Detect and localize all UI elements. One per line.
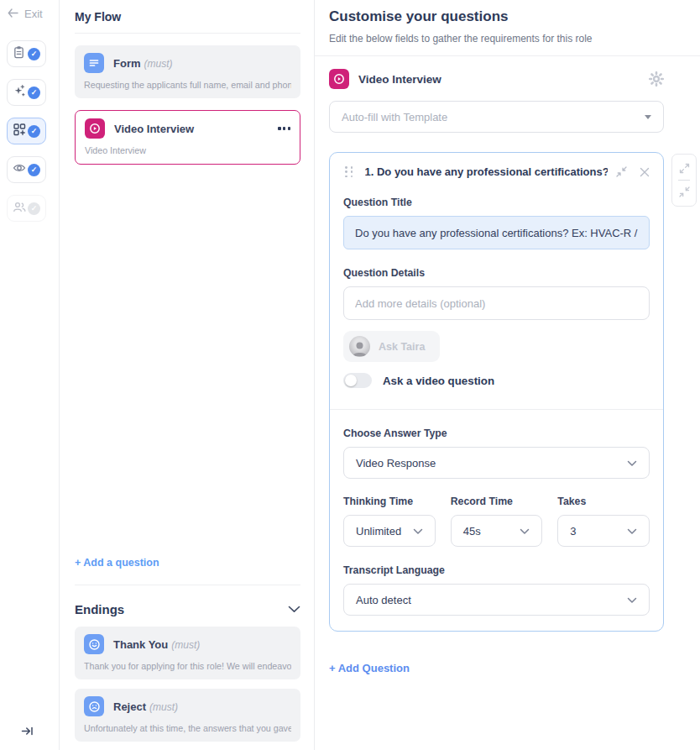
video-question-toggle-label: Ask a video question: [383, 375, 494, 387]
chevron-down-icon: [288, 601, 300, 616]
must-badge: (must): [144, 58, 173, 70]
flow-card-video-interview[interactable]: Video Interview Video Interview: [75, 110, 300, 165]
divider: [75, 33, 300, 34]
clipboard-icon: [13, 45, 25, 62]
collapse-diagonal-icon: [616, 166, 627, 177]
ask-taira-label: Ask Taira: [379, 341, 425, 353]
answer-type-label: Choose Answer Type: [343, 427, 650, 439]
flow-card-subtitle: Video Interview: [85, 145, 290, 155]
chevron-down-icon: [627, 525, 637, 538]
step-complete-check-icon: ✓: [28, 87, 40, 99]
thinking-time-select[interactable]: Unlimited: [343, 515, 436, 547]
rail-steps: ✓ ✓ ✓ ✓ ✓: [7, 40, 46, 222]
exit-button[interactable]: Exit: [8, 8, 43, 20]
sparkles-icon: [13, 84, 26, 101]
divider: [330, 409, 663, 410]
answer-type-select[interactable]: Video Response: [343, 447, 650, 479]
smiley-icon: [84, 634, 104, 654]
rail-step-people: ✓: [7, 195, 46, 222]
ending-card-thank-you[interactable]: Thank You(must) Thank you for applying f…: [75, 627, 300, 679]
section-title: Video Interview: [358, 73, 640, 86]
card-menu-button[interactable]: [278, 123, 290, 133]
close-question-button[interactable]: [640, 167, 650, 177]
ending-card-subtitle: Thank you for applying for this role! We…: [84, 661, 291, 671]
collapse-all-button[interactable]: [679, 186, 690, 197]
flow-card-subtitle: Requesting the applicants full name, ema…: [84, 80, 291, 90]
takes-label: Takes: [557, 496, 650, 507]
question-title-label: Question Title: [343, 197, 650, 208]
exit-label: Exit: [24, 8, 43, 20]
rail-step-form[interactable]: ✓: [7, 40, 46, 67]
add-question-link[interactable]: + Add Question: [329, 662, 664, 674]
question-card: 1. Do you have any professional certific…: [329, 152, 664, 632]
autofill-template-select[interactable]: Auto-fill with Template: [329, 101, 664, 133]
chevron-down-icon: [520, 525, 530, 538]
record-time-label: Record Time: [451, 496, 543, 507]
rail-step-ai[interactable]: ✓: [7, 79, 46, 106]
answer-type-value: Video Response: [356, 457, 436, 469]
flow-card-title: Form(must): [113, 57, 291, 70]
chevron-down-icon: [627, 457, 637, 469]
thinking-time-label: Thinking Time: [343, 496, 436, 507]
ending-card-title: Reject(must): [113, 700, 291, 713]
my-flow-panel: My Flow Form(must) Requesting the applic…: [60, 0, 315, 750]
divider: [75, 585, 300, 585]
form-icon: [84, 53, 104, 73]
ending-card-title: Thank You(must): [113, 638, 291, 651]
collapse-question-button[interactable]: [616, 166, 627, 177]
transcript-language-select[interactable]: Auto detect: [343, 584, 650, 616]
takes-value: 3: [570, 525, 576, 538]
question-title-input[interactable]: [343, 216, 650, 249]
transcript-language-value: Auto detect: [356, 594, 411, 606]
autofill-placeholder: Auto-fill with Template: [342, 111, 447, 123]
collapse-icon: [679, 186, 690, 197]
arrow-to-bar-icon: [21, 726, 34, 740]
caret-down-icon: [645, 115, 651, 119]
takes-select[interactable]: 3: [557, 515, 650, 547]
page-title: Customise your questions: [329, 8, 700, 25]
collapse-sidebar-button[interactable]: [21, 725, 34, 741]
expand-all-button[interactable]: [679, 163, 690, 174]
chevron-down-icon: [627, 594, 637, 606]
grid-plus-icon: [13, 123, 26, 139]
expand-icon: [679, 163, 690, 174]
page-subtitle: Edit the below fields to gather the requ…: [329, 33, 700, 45]
video-question-toggle[interactable]: [343, 373, 372, 388]
back-arrow-icon: [8, 8, 18, 20]
step-complete-check-icon: ✓: [28, 125, 40, 138]
ending-card-subtitle: Unfortunately at this time, the answers …: [84, 723, 291, 733]
video-interview-icon: [329, 69, 349, 89]
question-details-label: Question Details: [343, 267, 650, 279]
endings-title: Endings: [75, 602, 124, 616]
eye-icon: [13, 162, 26, 177]
flow-panel-title: My Flow: [75, 8, 300, 33]
settings-button[interactable]: [649, 71, 664, 87]
divider: [315, 55, 700, 56]
rail-step-preview[interactable]: ✓: [7, 156, 46, 183]
must-badge: (must): [149, 701, 178, 713]
flow-card-form[interactable]: Form(must) Requesting the applicants ful…: [75, 45, 300, 98]
ask-taira-button[interactable]: Ask Taira: [343, 331, 440, 362]
transcript-language-label: Transcript Language: [343, 564, 650, 576]
close-icon: [640, 167, 650, 177]
people-icon: [13, 201, 26, 217]
drag-handle-icon[interactable]: [343, 165, 355, 179]
add-a-question-link[interactable]: + Add a question: [75, 557, 300, 569]
thinking-time-value: Unlimited: [356, 525, 401, 538]
ending-card-reject[interactable]: Reject(must) Unfortunately at this time,…: [75, 689, 300, 742]
step-complete-check-icon: ✓: [28, 164, 40, 176]
record-time-select[interactable]: 45s: [451, 515, 543, 547]
gear-icon: [649, 71, 664, 87]
flow-card-title: Video Interview: [114, 123, 269, 135]
video-interview-icon: [85, 118, 105, 139]
divider: [678, 180, 690, 181]
frown-icon: [84, 696, 104, 716]
chevron-down-icon: [413, 525, 423, 538]
step-complete-check-icon: ✓: [28, 202, 40, 215]
spacer: [75, 165, 300, 557]
rail-step-questions[interactable]: ✓: [7, 118, 46, 144]
endings-header[interactable]: Endings: [75, 601, 300, 616]
question-details-input[interactable]: [343, 286, 650, 320]
must-badge: (must): [171, 639, 200, 651]
expand-collapse-panel: [671, 154, 697, 207]
